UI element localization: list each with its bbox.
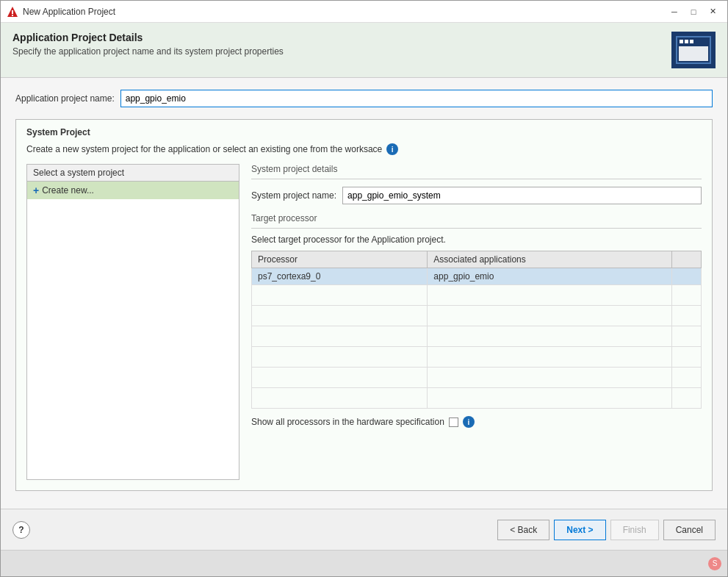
svg-rect-1 (12, 10, 13, 14)
show-all-checkbox[interactable] (449, 417, 458, 427)
window-body-mini (679, 46, 708, 61)
table-row[interactable]: ps7_cortexa9_0 app_gpio_emio (252, 268, 702, 285)
svg-rect-2 (12, 15, 13, 16)
system-project-details-title: System project details (251, 164, 702, 179)
system-project-desc: Create a new system project for the appl… (26, 143, 702, 155)
window-title: New Application Project (23, 7, 115, 17)
system-project-name-label: System project name: (251, 190, 336, 201)
footer: ? < Back Next > Finish Cancel (1, 509, 727, 550)
header-section: Application Project Details Specify the … (1, 23, 727, 78)
dot1 (680, 40, 683, 43)
create-new-label: Create new... (42, 185, 94, 196)
title-bar-controls: ─ □ ✕ (666, 4, 721, 19)
main-window: New Application Project ─ □ ✕ Applicatio… (0, 0, 728, 577)
next-button[interactable]: Next > (554, 520, 605, 540)
finish-button[interactable]: Finish (610, 520, 659, 540)
system-project-desc-text: Create a new system project for the appl… (26, 144, 382, 154)
dot3 (690, 40, 693, 43)
cancel-button[interactable]: Cancel (663, 520, 716, 540)
empty-cell (672, 268, 702, 285)
table-row (252, 306, 702, 326)
processor-table: Processor Associated applications ps7_co… (251, 251, 702, 409)
taskbar-icon: S (708, 557, 721, 570)
show-all-label: Show all processors in the hardware spec… (251, 417, 444, 427)
system-project-title: System Project (26, 127, 702, 137)
system-project-select-panel[interactable]: Select a system project + Create new... (26, 164, 239, 480)
app-project-name-label: Application project name: (15, 93, 115, 104)
app-project-name-input[interactable] (120, 90, 713, 107)
target-processor-section: Target processor Select target processor… (251, 213, 702, 428)
window-dots (680, 40, 693, 43)
system-project-section: System Project Create a new system proje… (15, 119, 713, 491)
back-button[interactable]: < Back (497, 520, 549, 540)
footer-left: ? (12, 521, 30, 539)
associated-apps-cell: app_gpio_emio (428, 268, 672, 285)
show-all-info-icon[interactable]: i (463, 416, 475, 428)
dot2 (685, 40, 688, 43)
header-icon-inner (676, 36, 711, 64)
app-icon (7, 6, 18, 18)
taskbar-item: S (708, 557, 721, 570)
processor-col-header: Processor (252, 251, 428, 268)
taskbar: S (1, 550, 727, 576)
page-subtitle: Specify the application project name and… (12, 46, 284, 57)
left-panel: Select a system project + Create new... (26, 164, 239, 480)
content-area: Application project name: System Project… (1, 78, 727, 509)
table-row (252, 347, 702, 368)
create-new-item[interactable]: + Create new... (27, 182, 239, 199)
associated-apps-col-header: Associated applications (428, 251, 672, 268)
page-title: Application Project Details (12, 32, 284, 43)
system-project-info-icon[interactable]: i (386, 143, 398, 155)
processor-name-cell: ps7_cortexa9_0 (252, 268, 428, 285)
app-project-name-row: Application project name: (15, 90, 713, 107)
target-processor-title: Target processor (251, 213, 702, 229)
right-panel: System project details System project na… (251, 164, 702, 480)
maximize-button[interactable]: □ (685, 4, 702, 19)
table-row (252, 388, 702, 409)
help-button[interactable]: ? (12, 521, 30, 539)
header-text: Application Project Details Specify the … (12, 32, 284, 57)
table-row (252, 285, 702, 306)
system-project-name-row: System project name: (251, 187, 702, 204)
close-button[interactable]: ✕ (704, 4, 721, 19)
two-column-layout: Select a system project + Create new... … (26, 164, 702, 480)
select-panel-header: Select a system project (27, 165, 239, 182)
table-row (252, 326, 702, 347)
title-bar-left: New Application Project (7, 6, 115, 18)
table-row (252, 368, 702, 388)
footer-right: < Back Next > Finish Cancel (497, 520, 716, 540)
target-processor-desc: Select target processor for the Applicat… (251, 234, 702, 245)
show-all-row: Show all processors in the hardware spec… (251, 416, 702, 428)
minimize-button[interactable]: ─ (666, 4, 683, 19)
plus-icon: + (33, 184, 39, 196)
empty-col-header (672, 251, 702, 268)
system-project-name-input[interactable] (342, 187, 702, 204)
title-bar: New Application Project ─ □ ✕ (1, 1, 727, 23)
header-icon (671, 32, 716, 68)
